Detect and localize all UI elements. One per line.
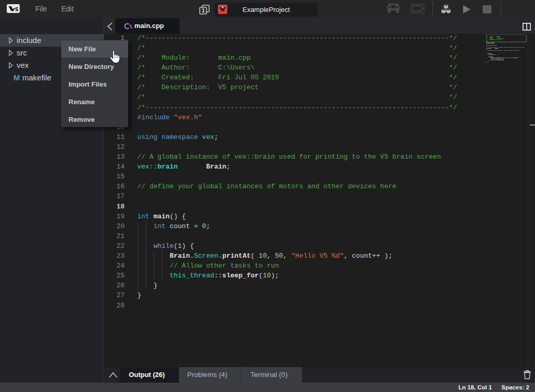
svg-text:1: 1 (202, 7, 205, 13)
